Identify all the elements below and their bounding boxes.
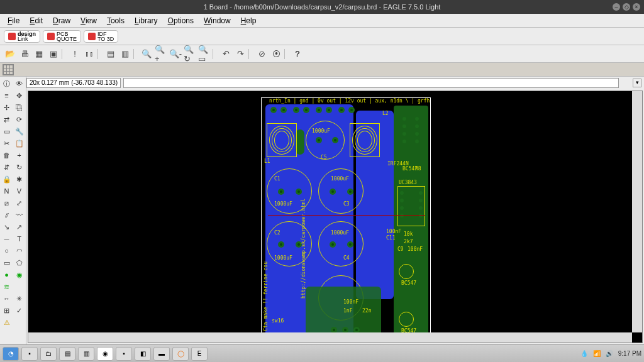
cam-icon[interactable]: ▦ [33, 48, 45, 60]
command-input[interactable] [123, 78, 619, 88]
rotate-tool-icon[interactable]: ⟳ [14, 114, 25, 125]
show-tool-icon[interactable]: 👁 [14, 78, 25, 89]
cancel-icon[interactable]: ⊘ [255, 48, 268, 60]
hole-tool-icon[interactable]: ≋ [1, 281, 13, 292]
smash-tool-icon[interactable]: ✱ [14, 173, 25, 185]
board-canvas[interactable]: nrth_In | gnd | 0v out | 12v out | aux, … [28, 90, 643, 343]
mark-tool-icon[interactable]: ✥ [14, 90, 25, 101]
meander-tool-icon[interactable]: 〰 [14, 209, 25, 221]
rect-tool-icon[interactable]: ▭ [1, 257, 13, 268]
errors-tool-icon[interactable]: ⚠ [1, 317, 13, 328]
menu-help[interactable]: Help [236, 15, 262, 26]
cut-tool-icon[interactable]: ✂ [1, 138, 13, 149]
polygon-tool-icon[interactable]: ⬠ [14, 257, 25, 268]
route-tool-icon[interactable]: ↘ [1, 221, 13, 233]
signal-tool-icon[interactable]: ◉ [14, 269, 25, 280]
tray-clock[interactable]: 9:17 PM [618, 350, 641, 357]
ripup-tool-icon[interactable]: ↗ [14, 221, 25, 233]
mirror-tool-icon[interactable]: ⇄ [1, 114, 13, 125]
val-47r: 22n [362, 308, 371, 314]
minimize-icon[interactable]: – [613, 3, 620, 11]
board-icon[interactable]: ▣ [47, 48, 60, 60]
drc-tool-icon[interactable] [14, 317, 25, 328]
paste-tool-icon[interactable]: 📋 [14, 138, 25, 149]
task-terminal2-icon[interactable]: ▪ [116, 347, 132, 361]
go-icon[interactable]: ⦿ [270, 48, 282, 60]
menu-window[interactable]: Window [199, 15, 236, 26]
move-tool-icon[interactable]: ✢ [1, 102, 13, 113]
auto-tool-icon[interactable]: ⊞ [1, 305, 13, 316]
pinswap-tool-icon[interactable]: ⇵ [1, 162, 13, 173]
arc-tool-icon[interactable]: ◠ [14, 245, 25, 256]
mark-icon[interactable]: ▥ [119, 48, 131, 60]
task-app4-icon[interactable]: ▬ [153, 347, 170, 361]
task-files-icon[interactable]: 🗀 [40, 347, 57, 361]
tray-volume-icon[interactable]: 🔊 [606, 350, 613, 357]
scrollbar-vertical[interactable] [632, 91, 642, 332]
miter-tool-icon[interactable]: ⧄ [1, 197, 13, 209]
task-app1-icon[interactable]: ▤ [59, 347, 75, 361]
task-app3-icon[interactable]: ◧ [135, 347, 151, 361]
script-icon[interactable]: ! [69, 48, 81, 60]
print-icon[interactable]: 🖶 [18, 48, 31, 60]
maximize-icon[interactable]: ◇ [623, 3, 630, 11]
name-tool-icon[interactable]: N [1, 185, 13, 197]
separator [133, 49, 138, 59]
ratsnest-tool-icon[interactable]: ✳ [14, 293, 25, 304]
grid-icon[interactable] [3, 64, 14, 75]
undo-icon[interactable]: ↶ [219, 48, 232, 60]
group-tool-icon[interactable]: ▭ [1, 126, 13, 137]
redo-icon[interactable]: ↷ [234, 48, 247, 60]
menu-draw[interactable]: Draw [48, 15, 75, 26]
ulp-icon[interactable]: ⫾⫾ [83, 48, 96, 60]
pcb-quote-button[interactable]: PCBQUOTE [43, 30, 81, 43]
scrollbar-horizontal[interactable] [28, 332, 632, 343]
value-tool-icon[interactable]: V [14, 185, 25, 197]
close-icon[interactable]: × [633, 3, 640, 11]
dimension-tool-icon[interactable]: ↔ [1, 293, 13, 304]
layer-tool-icon[interactable]: ≡ [1, 90, 13, 101]
board-outline: nrth_In | gnd | 0v out | 12v out | aux, … [261, 97, 431, 343]
zoom-select-icon[interactable]: 🔍▭ [198, 48, 211, 60]
menu-options[interactable]: Options [163, 15, 199, 26]
zoom-redraw-icon[interactable]: 🔍↻ [184, 48, 196, 60]
dropdown-icon[interactable]: ▾ [633, 79, 641, 87]
delete-tool-icon[interactable]: 🗑 [1, 150, 13, 161]
display-icon[interactable]: ▤ [104, 48, 117, 60]
menu-library[interactable]: Library [130, 15, 163, 26]
task-terminal-icon[interactable]: ▪ [21, 347, 38, 361]
zoom-fit-icon[interactable]: 🔍 [140, 48, 153, 60]
open-icon[interactable]: 📂 [4, 48, 16, 60]
zoom-out-icon[interactable]: 🔍- [169, 48, 182, 60]
replace-tool-icon[interactable]: ↻ [14, 162, 25, 173]
menu-tools[interactable]: Tools [102, 15, 130, 26]
design-link-button[interactable]: designLink [4, 30, 40, 43]
erc-tool-icon[interactable]: ✓ [14, 305, 25, 316]
tray-wifi-icon[interactable]: 📶 [593, 350, 601, 357]
task-eagle-icon[interactable]: E [191, 347, 208, 361]
lock-tool-icon[interactable]: 🔒 [1, 173, 13, 185]
menu-view[interactable]: View [75, 15, 102, 26]
tray-network-icon[interactable]: 💧 [580, 350, 588, 357]
attribute-tool-icon[interactable] [14, 281, 25, 292]
menu-file[interactable]: File [3, 15, 25, 26]
window-titlebar: 1 Board - /home/b00m/Downloads/carpsu_v2… [0, 0, 644, 14]
start-button[interactable]: ◔ [3, 347, 19, 361]
info-tool-icon[interactable]: ⓘ [1, 78, 13, 89]
idf-3d-button[interactable]: IDFTO 3D [84, 30, 118, 43]
wire-tool-icon[interactable]: ─ [1, 233, 13, 244]
via-tool-icon[interactable]: ● [1, 269, 13, 280]
text-tool-icon[interactable]: T [14, 233, 25, 244]
zoom-in-icon[interactable]: 🔍+ [155, 48, 167, 60]
circle-tool-icon[interactable]: ○ [1, 245, 13, 256]
help-icon[interactable]: ? [291, 48, 304, 60]
task-firefox-icon[interactable]: ◯ [172, 347, 189, 361]
task-chrome-icon[interactable]: ◉ [97, 347, 113, 361]
change-tool-icon[interactable]: 🔧 [14, 126, 25, 137]
optimize-tool-icon[interactable]: ⫽ [1, 209, 13, 221]
split-tool-icon[interactable]: ⤢ [14, 197, 25, 209]
task-app2-icon[interactable]: ▥ [78, 347, 94, 361]
copy-tool-icon[interactable]: ⿻ [14, 102, 25, 113]
menu-edit[interactable]: Edit [25, 15, 48, 26]
add-tool-icon[interactable]: + [14, 150, 25, 161]
